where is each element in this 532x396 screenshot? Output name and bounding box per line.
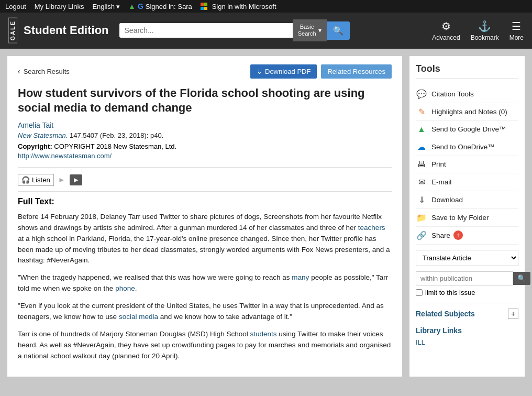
paragraph-4: Tarr is one of hundreds of Marjory Stone… [18, 329, 392, 362]
gale-logo: GALE [8, 18, 17, 43]
gdrive-icon: ▲ [416, 125, 427, 134]
main-panel: ‹ Search Results ⇓ Download PDF Related … [7, 56, 402, 377]
copyright-label: Copyright: [18, 142, 52, 150]
translate-select[interactable]: Translate Article [416, 250, 518, 266]
article-author[interactable]: Amelia Tait [18, 121, 392, 129]
pub-search-input[interactable] [416, 271, 513, 285]
library-links-title: Library Links [416, 326, 518, 335]
many-link[interactable]: many [292, 273, 309, 281]
header-actions: ⚙ Advanced ⚓ Bookmark ☰ More [432, 20, 524, 41]
limit-issue-label: limit to this issue [425, 289, 475, 296]
bookmark-icon: ⚓ [478, 20, 491, 32]
advanced-button[interactable]: ⚙ Advanced [432, 20, 460, 41]
library-links-section: Library Links ILL [416, 326, 518, 346]
ill-link[interactable]: ILL [416, 338, 425, 346]
social-media-link[interactable]: social media [119, 313, 158, 321]
download-pdf-button[interactable]: ⇓ Download PDF [250, 64, 317, 79]
play-button[interactable]: ▶ [70, 174, 82, 185]
download-label: Download [431, 196, 463, 204]
citation-icon: 💬 [416, 89, 427, 99]
students-link[interactable]: students [250, 330, 276, 338]
more-button[interactable]: ☰ More [509, 20, 524, 41]
email-button[interactable]: ✉ E-mail [416, 173, 518, 191]
download-button[interactable]: ⇓ Download [416, 191, 518, 209]
citation-tools-button[interactable]: 💬 Citation Tools [416, 85, 518, 103]
article-body: Before 14 February 2018, Delaney Tarr us… [18, 212, 392, 362]
save-folder-label: Save to My Folder [431, 214, 489, 222]
header: GALE Student Edition Basic Search ▾ 🔍 ⚙ … [0, 13, 532, 49]
paragraph-2: "When the tragedy happened, we realised … [18, 272, 392, 294]
paragraph-1: Before 14 February 2018, Delaney Tarr us… [18, 212, 392, 267]
pub-search-button[interactable]: 🔍 [513, 272, 530, 285]
email-icon: ✉ [416, 177, 427, 187]
language-selector[interactable]: English ▾ [92, 3, 120, 10]
article-copyright: Copyright: COPYRIGHT 2018 New Statesman,… [18, 142, 392, 150]
google-signin[interactable]: ▲ G Signed in: Sara [128, 2, 192, 10]
breadcrumb-actions: ⇓ Download PDF Related Resources [250, 64, 392, 79]
pub-search-wrap: 🔍 [416, 271, 518, 285]
bookmark-button[interactable]: ⚓ Bookmark [471, 20, 499, 41]
chevron-down-icon: ▾ [318, 27, 322, 34]
my-library-links[interactable]: My Library Links [35, 3, 84, 10]
teachers-link[interactable]: teachers [358, 224, 385, 232]
article-url-row: http://www.newstatesman.com/ [18, 151, 392, 160]
send-onedrive-button[interactable]: ☁ Send to OneDrive™ [416, 138, 518, 156]
article-meta: New Statesman. 147.5407 (Feb. 23, 2018):… [18, 131, 392, 139]
share-icon: 🔗 [416, 230, 427, 240]
share-button[interactable]: 🔗 Share + [416, 227, 518, 245]
listen-bar: 🎧 Listen ► ▶ [18, 167, 392, 186]
top-bar: Logout My Library Links English ▾ ▲ G Si… [0, 0, 532, 13]
pub-search-icon: 🔍 [517, 274, 526, 282]
print-button[interactable]: 🖶 Print [416, 156, 518, 173]
search-results-link[interactable]: Search Results [24, 68, 70, 75]
download-sidebar-icon: ⇓ [416, 195, 427, 205]
brand-title: Student Edition [24, 24, 109, 37]
chevron-right-icon: ► [58, 175, 65, 184]
save-folder-button[interactable]: 📁 Save to My Folder [416, 209, 518, 227]
logout-link[interactable]: Logout [5, 3, 26, 10]
limit-issue-row: limit to this issue [416, 289, 518, 296]
related-subjects-row: Related Subjects + [416, 303, 518, 319]
citation-tools-label: Citation Tools [431, 90, 474, 98]
email-label: E-mail [431, 178, 451, 186]
phone-link[interactable]: phone [115, 284, 135, 292]
send-onedrive-label: Send to OneDrive™ [431, 143, 495, 151]
tools-title: Tools [416, 63, 518, 79]
limit-issue-checkbox[interactable] [416, 289, 423, 296]
google-g-icon: G [138, 2, 143, 10]
advanced-icon: ⚙ [441, 20, 451, 32]
sidebar: Tools 💬 Citation Tools ✎ Highlights and … [409, 56, 525, 377]
search-bar: Basic Search ▾ 🔍 [119, 19, 350, 41]
microsoft-label: Sign in with Microsoft [212, 3, 276, 10]
listen-label: Listen [32, 176, 50, 184]
share-plus-button[interactable]: + [453, 230, 463, 240]
translate-section: Translate Article [416, 250, 518, 266]
article-url-link[interactable]: http://www.newstatesman.com/ [18, 152, 112, 160]
breadcrumb-row: ‹ Search Results ⇓ Download PDF Related … [18, 64, 392, 79]
search-type-button[interactable]: Basic Search ▾ [293, 19, 327, 41]
download-icon: ⇓ [257, 68, 262, 75]
related-subjects-expand-button[interactable]: + [508, 309, 518, 319]
related-resources-button[interactable]: Related Resources [321, 64, 392, 79]
hamburger-icon: ☰ [512, 20, 521, 32]
full-text-heading: Full Text: [18, 191, 392, 206]
listen-button[interactable]: 🎧 Listen [18, 174, 54, 186]
article-citation: 147.5407 (Feb. 23, 2018): p40. [70, 131, 163, 139]
print-label: Print [431, 160, 446, 168]
headphones-icon: 🎧 [21, 176, 30, 184]
highlights-notes-button[interactable]: ✎ Highlights and Notes (0) [416, 103, 518, 121]
search-icon: 🔍 [333, 26, 343, 35]
article-title: How student survivors of the Florida sch… [18, 86, 392, 116]
article-journal: New Statesman. [18, 131, 68, 139]
back-arrow-icon: ‹ [18, 67, 20, 75]
onedrive-icon: ☁ [416, 142, 427, 152]
microsoft-signin[interactable]: Sign in with Microsoft [201, 3, 276, 10]
related-subjects-label: Related Subjects [416, 310, 475, 318]
share-label: Share [431, 232, 450, 239]
send-gdrive-button[interactable]: ▲ Send to Google Drive™ [416, 121, 518, 138]
search-input[interactable] [125, 26, 287, 35]
content-area: ‹ Search Results ⇓ Download PDF Related … [0, 49, 532, 384]
search-go-button[interactable]: 🔍 [327, 21, 350, 40]
paragraph-3: "Even if you look at the current preside… [18, 301, 392, 323]
play-icon: ▶ [74, 177, 78, 183]
